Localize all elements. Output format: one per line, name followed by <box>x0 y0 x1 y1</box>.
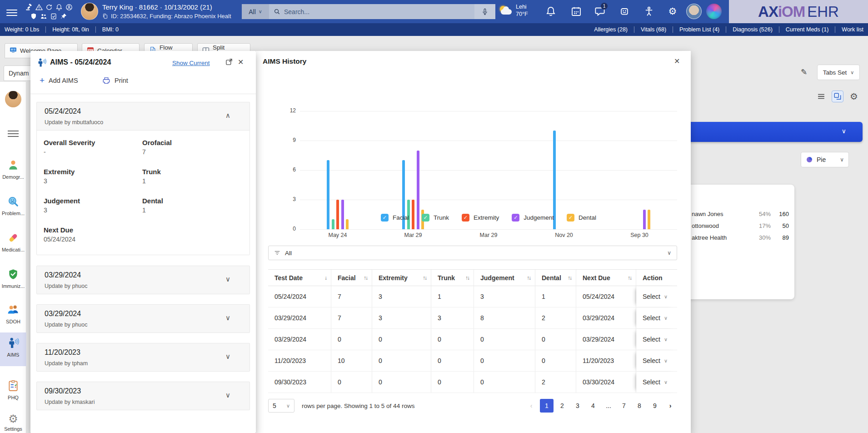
edit-tabs-pencil-icon[interactable]: ✎ <box>801 67 807 77</box>
chevron-down-icon[interactable]: ∨ <box>225 275 230 283</box>
search-input[interactable] <box>284 4 474 19</box>
page-button-8[interactable]: 8 <box>633 399 646 413</box>
notifications-bell-icon[interactable] <box>545 6 556 17</box>
legend-checkbox[interactable]: ✓ <box>381 214 389 222</box>
sidebar-item-immuniz[interactable]: Immuniz... <box>0 264 26 297</box>
assessment-card-header[interactable]: 05/24/2024Update by mbuttafuoco∧ <box>37 102 249 130</box>
tabs-set-button[interactable]: Tabs Set∨ <box>817 65 860 80</box>
column-header-judgement[interactable]: Judgement↑↓ <box>474 270 535 286</box>
chevron-down-icon[interactable]: ∨ <box>225 352 230 361</box>
accessibility-icon[interactable] <box>644 6 654 17</box>
nav-link-0[interactable]: Allergies (28) <box>594 26 628 33</box>
chart-type-dropdown[interactable]: Pie ∨ <box>801 152 849 167</box>
collapsed-section-banner[interactable]: ∨ <box>685 122 863 142</box>
sort-descending-icon[interactable]: ↓ <box>324 275 326 281</box>
nav-link-3[interactable]: Diagnosis (526) <box>733 26 773 33</box>
sort-both-icon[interactable]: ↑↓ <box>568 275 571 281</box>
sidebar-patient-avatar[interactable] <box>5 91 21 107</box>
assessment-card-header[interactable]: 11/20/2023Update by tpham∨ <box>37 343 249 371</box>
history-filter-dropdown[interactable]: All ∨ <box>268 246 677 260</box>
close-icon[interactable]: ✕ <box>674 57 680 65</box>
print-button[interactable]: Print <box>102 76 128 85</box>
legend-item-dental[interactable]: ✓Dental <box>567 214 596 222</box>
sidebar-item-medicati[interactable]: Medicati... <box>0 227 26 261</box>
close-icon[interactable]: ✕ <box>238 58 244 66</box>
voice-search-button[interactable] <box>474 4 495 19</box>
column-header-next-due[interactable]: Next Due↑↓ <box>576 270 636 286</box>
legend-checkbox[interactable]: ✓ <box>462 214 469 222</box>
assistant-orb-button[interactable] <box>706 4 722 19</box>
nav-link-2[interactable]: Problem List (4) <box>679 26 719 33</box>
row-action-select[interactable]: Select∨ <box>636 307 677 328</box>
chevron-down-icon[interactable]: ∨ <box>225 314 230 322</box>
sidebar-item-aims[interactable]: AIMS <box>0 332 26 366</box>
legend-checkbox[interactable]: ✓ <box>512 214 519 222</box>
column-header-extremity[interactable]: Extremity↑↓ <box>372 270 431 286</box>
show-current-link[interactable]: Show Current <box>172 60 210 66</box>
legend-table-row[interactable]: ottonwood17%50 <box>692 220 789 231</box>
nav-link-1[interactable]: Vitals (68) <box>641 26 666 33</box>
row-action-select[interactable]: Select∨ <box>636 372 677 393</box>
chevron-up-icon[interactable]: ∧ <box>225 111 230 120</box>
calendar-icon[interactable] <box>571 6 582 17</box>
card-view-icon[interactable] <box>832 91 843 102</box>
sidebar-item-settings[interactable]: ⚙Settings <box>0 408 26 433</box>
nav-link-5[interactable]: Work list <box>842 26 863 33</box>
chevron-down-icon[interactable]: ∨ <box>225 391 230 399</box>
legend-item-extremity[interactable]: ✓Extremity <box>462 214 499 222</box>
list-view-icon[interactable] <box>815 91 827 102</box>
user-avatar[interactable] <box>686 4 702 19</box>
column-header-facial[interactable]: Facial↑↓ <box>331 270 372 286</box>
column-header-dental[interactable]: Dental↑↓ <box>535 270 576 286</box>
shield-icon[interactable] <box>30 13 37 20</box>
kiosk-robot-icon[interactable] <box>619 6 630 17</box>
hamburger-menu-icon[interactable] <box>6 8 17 18</box>
warning-icon[interactable] <box>35 4 43 11</box>
page-button-3[interactable]: 3 <box>571 399 584 413</box>
page-button-9[interactable]: 9 <box>648 399 662 413</box>
copy-icon[interactable] <box>102 13 108 19</box>
widget-settings-gear-icon[interactable]: ⚙ <box>848 91 860 102</box>
patient-avatar[interactable] <box>81 3 98 20</box>
sidebar-item-problem[interactable]: Problem... <box>0 191 26 225</box>
row-action-select[interactable]: Select∨ <box>636 350 677 371</box>
person-circle-icon[interactable] <box>65 4 73 11</box>
column-header-trunk[interactable]: Trunk↑↓ <box>431 270 474 286</box>
column-header-test-date[interactable]: Test Date↓ <box>268 270 331 286</box>
refresh-icon[interactable] <box>45 4 53 11</box>
add-aims-button[interactable]: + Add AIMS <box>40 76 78 84</box>
settings-gear-icon[interactable]: ⚙ <box>667 6 678 17</box>
sort-both-icon[interactable]: ↑↓ <box>628 275 631 281</box>
pin-icon[interactable] <box>60 13 67 20</box>
chevron-down-icon[interactable]: ∨ <box>842 127 846 135</box>
legend-checkbox[interactable]: ✓ <box>567 214 574 222</box>
legend-item-judgement[interactable]: ✓Judgement <box>512 214 554 222</box>
sort-both-icon[interactable]: ↑↓ <box>364 275 367 281</box>
sort-both-icon[interactable]: ↑↓ <box>423 275 426 281</box>
bell-icon[interactable] <box>55 4 63 11</box>
people-icon[interactable] <box>40 13 47 20</box>
legend-table-row[interactable]: nawn Jones54%160 <box>692 208 789 219</box>
assessment-card-header[interactable]: 03/29/2024Update by phuoc∨ <box>37 266 249 294</box>
page-next-button[interactable]: › <box>663 399 677 413</box>
gavel-icon[interactable] <box>25 4 33 11</box>
page-button-4[interactable]: 4 <box>586 399 600 413</box>
page-button-1[interactable]: 1 <box>540 399 554 413</box>
nav-link-4[interactable]: Current Meds (1) <box>786 26 828 33</box>
sidebar-item-sdoh[interactable]: SDOH <box>0 299 26 333</box>
sidebar-menu-icon[interactable] <box>8 129 19 139</box>
assessment-card-header[interactable]: 03/29/2024Update by phuoc∨ <box>37 305 249 332</box>
sidebar-item-demogr[interactable]: Demogr... <box>0 155 26 188</box>
sort-both-icon[interactable]: ↑↓ <box>465 275 469 281</box>
patient-header-chip[interactable]: Terry King · 81662 · 10/13/2002 (21) ID:… <box>81 3 231 20</box>
assessment-card-header[interactable]: 09/30/2023Update by kmaskari∨ <box>37 382 249 410</box>
search-scope-dropdown[interactable]: All∨ <box>242 4 269 19</box>
rows-per-page-select[interactable]: 5∨ <box>268 399 294 413</box>
page-button-2[interactable]: 2 <box>555 399 569 413</box>
legend-item-trunk[interactable]: ✓Trunk <box>422 214 449 222</box>
task-check-icon[interactable] <box>50 13 57 20</box>
row-action-select[interactable]: Select∨ <box>636 286 677 307</box>
sidebar-item-phq[interactable]: PHQ <box>0 375 26 409</box>
sort-both-icon[interactable]: ↑↓ <box>527 275 530 281</box>
legend-item-facial[interactable]: ✓Facial <box>381 214 409 222</box>
